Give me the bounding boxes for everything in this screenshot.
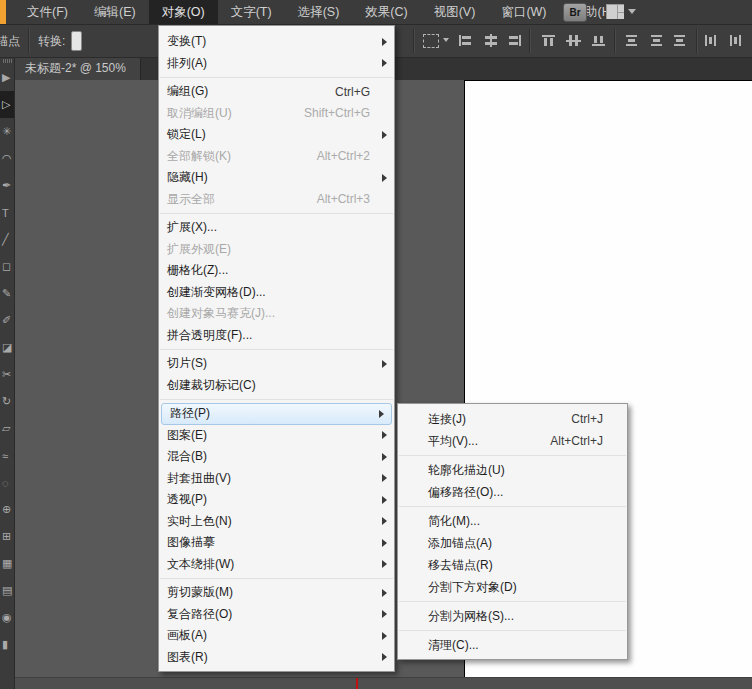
menu-item-label: 平均(V)... [428,433,478,450]
distribute-horizontal-center-icon[interactable] [729,34,745,47]
menu-item[interactable]: 添加锚点(A) [398,532,627,554]
menu-item-label: 分割为网格(S)... [428,608,514,625]
eraser-tool-icon[interactable]: ◪ [0,334,14,361]
menu-item[interactable]: 隐藏(H) [159,167,394,189]
menu-item[interactable]: 图案(E) [159,425,394,447]
menu-item[interactable]: 画板(A) [159,625,394,647]
menu-item[interactable]: 切片(S) [159,353,394,375]
menu-item[interactable]: 实时上色(N) [159,511,394,533]
direct-selection-tool-icon[interactable]: ▷ [0,91,14,118]
align-horizontal-center-icon[interactable] [483,34,499,47]
menu-item[interactable]: 封套扭曲(V) [159,468,394,490]
column-graph-tool-icon[interactable]: ▮ [0,631,14,658]
menu-item[interactable]: 图像描摹 [159,532,394,554]
menu-item-label: 复合路径(O) [167,606,232,623]
line-segment-tool-icon[interactable]: ╱ [0,226,14,253]
menu-item[interactable]: 创建裁切标记(C) [159,375,394,397]
menubar-item[interactable]: 文件(F) [14,0,81,24]
menu-item-label: 扩展外观(E) [167,241,231,258]
menu-item-highlighted[interactable]: 路径(P) [161,403,392,425]
menu-item[interactable]: 文本绕排(W) [159,554,394,576]
align-vertical-bottom-icon[interactable] [591,34,607,47]
menu-item[interactable]: 分割下方对象(D) [398,576,627,598]
distribute-vertical-top-icon[interactable] [624,34,640,47]
menu-item[interactable]: 复合路径(O) [159,604,394,626]
menu-item[interactable]: 扩展(X)... [159,217,394,239]
menu-item[interactable]: 分割为网格(S)... [398,605,627,627]
menu-item-label: 拼合透明度(F)... [167,327,252,344]
distribute-vertical-bottom-icon[interactable] [672,34,688,47]
rectangle-tool-icon[interactable]: ◻ [0,253,14,280]
menu-item[interactable]: 连接(J)Ctrl+J [398,408,627,430]
convert-anchor-button[interactable] [71,31,82,51]
menu-item[interactable]: 透视(P) [159,489,394,511]
menu-separator [160,77,393,78]
document-tab[interactable]: 未标题-2* @ 150% [14,57,141,80]
menubar-item-active[interactable]: 对象(O) [149,0,218,24]
menu-item[interactable]: 变换(T) [159,31,394,53]
menu-item-label: 连接(J) [428,411,466,428]
menubar-item[interactable]: 效果(C) [352,0,420,24]
bridge-button[interactable]: Br [563,3,587,22]
menubar-item[interactable]: 视图(V) [421,0,489,24]
control-bar-align-section [376,25,752,57]
pen-tool-icon[interactable]: ✒ [0,172,14,199]
width-tool-icon[interactable]: ≈ [0,442,14,469]
menu-separator [399,630,626,631]
menubar-item[interactable]: 文字(T) [218,0,285,24]
menu-item[interactable]: 平均(V)...Alt+Ctrl+J [398,430,627,452]
align-horizontal-right-icon[interactable] [506,34,522,47]
blend-tool-icon[interactable]: ◉ [0,604,14,631]
free-transform-tool-icon[interactable]: ◌ [0,469,14,496]
menu-item[interactable]: 图表(R) [159,647,394,669]
menu-item[interactable]: 简化(M)... [398,510,627,532]
menu-item[interactable]: 混合(B) [159,446,394,468]
menu-item[interactable]: 锁定(L) [159,124,394,146]
menu-item[interactable]: 移去锚点(R) [398,554,627,576]
distribute-horizontal-left-icon[interactable] [704,34,720,47]
menu-item[interactable]: 编组(G)Ctrl+G [159,81,394,103]
magic-wand-tool-icon[interactable]: ✳ [0,118,14,145]
panel-grip[interactable] [0,57,14,64]
mesh-tool-icon[interactable]: ▦ [0,550,14,577]
menu-item[interactable]: 偏移路径(O)... [398,481,627,503]
menubar-item[interactable]: 选择(S) [285,0,353,24]
menu-item[interactable]: 创建渐变网格(D)... [159,282,394,304]
menu-item[interactable]: 排列(A) [159,53,394,75]
select-similar-objects-icon[interactable] [423,34,439,48]
menu-item[interactable]: 取消编组(U)Shift+Ctrl+G [159,103,394,125]
align-vertical-top-icon[interactable] [541,34,557,47]
pencil-tool-icon[interactable]: ✐ [0,307,14,334]
menu-item-label: 图案(E) [167,427,207,444]
menu-item[interactable]: 剪切蒙版(M) [159,582,394,604]
lasso-tool-icon[interactable]: ◠ [0,145,14,172]
menu-item[interactable]: 拼合透明度(F)... [159,325,394,347]
menu-item[interactable]: 全部解锁(K)Alt+Ctrl+2 [159,146,394,168]
menubar-item[interactable]: 编辑(E) [81,0,149,24]
menubar-item[interactable]: 窗口(W) [488,0,559,24]
gradient-tool-icon[interactable]: ▤ [0,577,14,604]
perspective-grid-tool-icon[interactable]: ⊞ [0,523,14,550]
shape-builder-tool-icon[interactable]: ⊕ [0,496,14,523]
menu-item-shortcut: Ctrl+G [335,85,394,99]
menu-item[interactable]: 清理(C)... [398,634,627,656]
align-horizontal-left-icon[interactable] [458,34,474,47]
menu-item-label: 轮廓化描边(U) [428,462,505,479]
menu-item-label: 实时上色(N) [167,513,232,530]
selection-tool-icon[interactable]: ▶ [0,64,14,91]
menu-item-label: 透视(P) [167,491,207,508]
chevron-down-icon[interactable] [443,38,449,42]
type-tool-icon[interactable]: T [0,199,14,226]
paintbrush-tool-icon[interactable]: ✎ [0,280,14,307]
rotate-tool-icon[interactable]: ↻ [0,388,14,415]
workspace-switcher[interactable] [606,4,636,19]
align-vertical-center-icon[interactable] [566,34,582,47]
scale-tool-icon[interactable]: ▱ [0,415,14,442]
distribute-vertical-center-icon[interactable] [649,34,665,47]
menu-item[interactable]: 显示全部Alt+Ctrl+3 [159,189,394,211]
menu-item[interactable]: 栅格化(Z)... [159,260,394,282]
menu-item[interactable]: 扩展外观(E) [159,239,394,261]
menu-item[interactable]: 轮廓化描边(U) [398,459,627,481]
menu-item[interactable]: 创建对象马赛克(J)... [159,303,394,325]
scissors-tool-icon[interactable]: ✂ [0,361,14,388]
